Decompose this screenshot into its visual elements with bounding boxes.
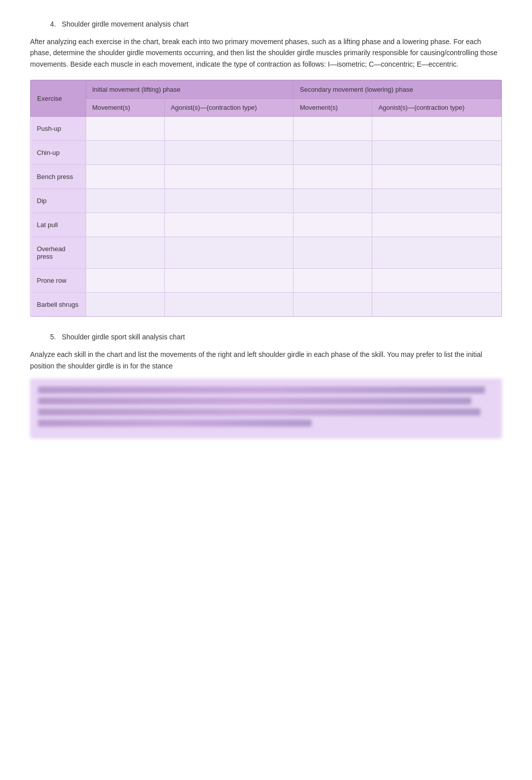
data-cell[interactable]	[164, 293, 294, 317]
data-cell[interactable]	[86, 165, 165, 189]
data-cell[interactable]	[164, 141, 294, 165]
exercise-name-cell: Prone row	[31, 269, 86, 293]
data-cell[interactable]	[294, 165, 372, 189]
data-cell[interactable]	[294, 237, 372, 269]
table-row: Dip	[31, 189, 501, 213]
data-cell[interactable]	[294, 189, 372, 213]
data-cell[interactable]	[294, 269, 372, 293]
data-cell[interactable]	[164, 117, 294, 141]
table-row: Overhead press	[31, 237, 501, 269]
secondary-agonist-header: Agonist(s)—(contraction type)	[372, 99, 501, 117]
data-cell[interactable]	[164, 213, 294, 237]
exercise-name-cell: Barbell shrugs	[31, 293, 86, 317]
data-cell[interactable]	[86, 269, 165, 293]
exercise-name-cell: Overhead press	[31, 237, 86, 269]
data-cell[interactable]	[294, 117, 372, 141]
table-row: Bench press	[31, 165, 501, 189]
exercise-name-cell: Push-up	[31, 117, 86, 141]
table-header-top: Exercise Initial movement (lifting) phas…	[31, 81, 501, 99]
data-cell[interactable]	[86, 141, 165, 165]
exercise-header: Exercise	[31, 81, 86, 117]
data-cell[interactable]	[86, 237, 165, 269]
exercise-name-cell: Lat pull	[31, 213, 86, 237]
analysis-table: Exercise Initial movement (lifting) phas…	[31, 80, 501, 316]
table-header-sub: Movement(s) Agonist(s)—(contraction type…	[31, 99, 501, 117]
secondary-phase-header: Secondary movement (lowering) phase	[294, 81, 501, 99]
analysis-table-container: Exercise Initial movement (lifting) phas…	[30, 80, 502, 317]
section4-description: After analyzing each exercise in the cha…	[30, 36, 502, 70]
section5-description: Analyze each skill in the chart and list…	[30, 349, 502, 371]
initial-phase-header: Initial movement (lifting) phase	[86, 81, 294, 99]
data-cell[interactable]	[372, 117, 501, 141]
data-cell[interactable]	[372, 293, 501, 317]
data-cell[interactable]	[164, 189, 294, 213]
data-cell[interactable]	[86, 189, 165, 213]
data-cell[interactable]	[294, 141, 372, 165]
data-cell[interactable]	[164, 269, 294, 293]
table-row: Push-up	[31, 117, 501, 141]
initial-agonist-header: Agonist(s)—(contraction type)	[164, 99, 294, 117]
exercise-name-cell: Chin-up	[31, 141, 86, 165]
data-cell[interactable]	[372, 269, 501, 293]
data-cell[interactable]	[294, 213, 372, 237]
data-cell[interactable]	[372, 213, 501, 237]
data-cell[interactable]	[372, 141, 501, 165]
secondary-movement-header: Movement(s)	[294, 99, 372, 117]
section4-number: 4. Shoulder girdle movement analysis cha…	[30, 20, 502, 28]
table-row: Prone row	[31, 269, 501, 293]
exercise-rows: Push-upChin-upBench pressDipLat pullOver…	[31, 117, 501, 317]
data-cell[interactable]	[294, 293, 372, 317]
data-cell[interactable]	[86, 213, 165, 237]
data-cell[interactable]	[86, 293, 165, 317]
table-row: Chin-up	[31, 141, 501, 165]
data-cell[interactable]	[372, 237, 501, 269]
table-row: Barbell shrugs	[31, 293, 501, 317]
exercise-name-cell: Dip	[31, 189, 86, 213]
data-cell[interactable]	[372, 165, 501, 189]
exercise-name-cell: Bench press	[31, 165, 86, 189]
data-cell[interactable]	[372, 189, 501, 213]
table-row: Lat pull	[31, 213, 501, 237]
blurred-content	[30, 378, 502, 439]
section5-number: 5. Shoulder girdle sport skill analysis …	[30, 333, 502, 341]
data-cell[interactable]	[164, 237, 294, 269]
data-cell[interactable]	[86, 117, 165, 141]
initial-movement-header: Movement(s)	[86, 99, 165, 117]
data-cell[interactable]	[164, 165, 294, 189]
